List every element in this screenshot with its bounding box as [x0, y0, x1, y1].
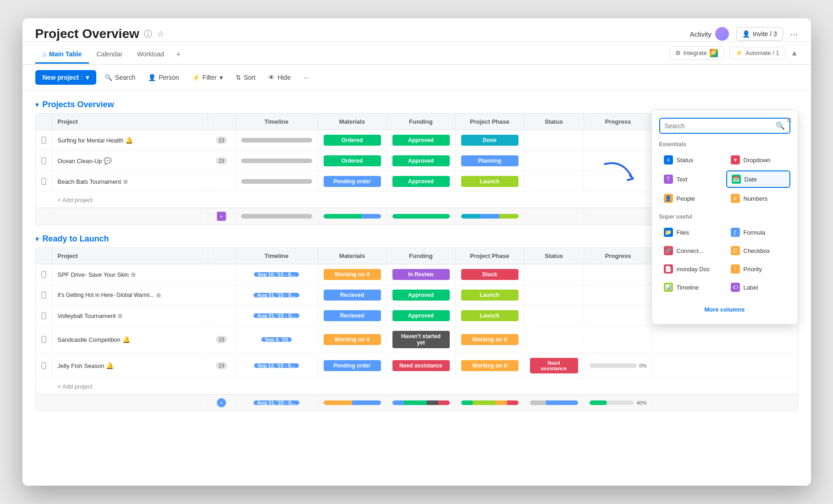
invite-button[interactable]: 👤 Invite / 3	[736, 27, 783, 41]
row-materials: Pending order	[318, 171, 387, 192]
close-dropdown-button[interactable]: ✕	[786, 116, 792, 125]
header-left: Project Overview ⓘ ☆	[35, 27, 164, 41]
row-badge	[208, 264, 236, 285]
row-checkbox[interactable]	[36, 329, 52, 350]
row-checkbox[interactable]	[36, 285, 52, 305]
dropdown-search-container: 🔍	[659, 118, 790, 134]
add-column-dropdown: ✕ 🔍 Essentials ≡ Status ▾ Dropdown T Tex…	[651, 110, 798, 324]
new-project-dropdown-arrow[interactable]: ▾	[82, 74, 89, 81]
row-project-name: SPF Drive- Save Your Skin ⊕	[52, 264, 208, 285]
row-checkbox[interactable]	[36, 130, 52, 150]
th-phase: Project Phase	[456, 114, 524, 130]
th-project: Project	[52, 114, 208, 130]
add-icon[interactable]: ⊕	[156, 291, 161, 299]
filter-button[interactable]: ⚡ Filter ▾	[188, 71, 227, 84]
automate-button[interactable]: ⚡ Automate / 1	[729, 47, 785, 59]
row-timeline: Sep 10, '23 - S...	[236, 264, 318, 285]
bell-icon[interactable]: 🔔	[106, 362, 114, 369]
row-checkbox[interactable]	[36, 264, 52, 285]
th-materials: Materials	[318, 114, 387, 130]
col-option-status[interactable]: ≡ Status	[659, 152, 723, 168]
dropdown-col-icon: ▾	[731, 155, 740, 164]
col-option-files[interactable]: 📁 Files	[659, 225, 723, 240]
tab-workload[interactable]: Workload	[130, 46, 171, 64]
integrate-icon: ⚙	[675, 49, 681, 56]
person-button[interactable]: 👤 Person	[143, 71, 183, 84]
col-option-mondaydoc[interactable]: 📄 monday Doc	[659, 261, 723, 277]
row-checkbox[interactable]	[36, 171, 52, 192]
row-progress	[584, 285, 653, 305]
chat-icon[interactable]: 💬	[104, 157, 111, 164]
integrate-button[interactable]: ⚙ Integrate M	[669, 46, 724, 60]
new-project-label: New project	[43, 74, 79, 81]
col-option-date[interactable]: 📅 Date	[726, 170, 790, 188]
row-status: Need assistance	[524, 353, 584, 378]
row-funding: Approved	[387, 130, 456, 150]
label-col-icon: 🏷	[731, 283, 740, 292]
row-funding: Approved	[387, 151, 456, 171]
dropdown-search-input[interactable]	[665, 122, 772, 130]
col-option-timeline[interactable]: 📊 Timeline	[659, 279, 723, 295]
row-project-name: It's Getting Hot in Here- Global Warmi..…	[52, 285, 208, 305]
row-materials: Recieved	[318, 285, 387, 305]
add-icon[interactable]: ⊕	[117, 312, 123, 319]
info-icon[interactable]: ⓘ	[144, 28, 152, 39]
col-option-dropdown[interactable]: ▾ Dropdown	[726, 152, 790, 168]
mondaydoc-col-icon: 📄	[664, 264, 673, 274]
th2-materials: Materials	[318, 248, 387, 264]
search-button[interactable]: 🔍 Search	[100, 71, 140, 84]
page-title: Project Overview	[35, 27, 139, 41]
table-row: Jelly Fish Season 🔔 23 Sep 12, '23 - S..…	[36, 353, 798, 378]
hide-icon: 👁	[268, 74, 275, 81]
row-project-name: Volleyball Tournament ⊕	[52, 306, 208, 326]
bell-icon[interactable]: 🔔	[125, 137, 133, 144]
row-project-name: Beach Bats Tournament ⊕	[52, 171, 208, 192]
more-columns-button[interactable]: More columns	[659, 302, 790, 317]
collapse-icon[interactable]: ▲	[791, 49, 798, 57]
th-status: Status	[524, 114, 584, 130]
add-icon[interactable]: ⊕	[123, 178, 128, 185]
add-icon[interactable]: ⊕	[131, 271, 136, 278]
search-icon: 🔍	[776, 121, 785, 130]
add-tab-button[interactable]: +	[171, 45, 186, 64]
row-checkbox[interactable]	[36, 356, 52, 376]
filter-icon: ⚡	[192, 74, 200, 81]
toolbar: New project ▾ 🔍 Search 👤 Person ⚡ Filter…	[22, 65, 811, 91]
tab-calendar[interactable]: Calendar	[89, 46, 130, 64]
more-toolbar-button[interactable]: ···	[299, 71, 314, 84]
col-option-formula[interactable]: ƒ Formula	[726, 225, 790, 240]
col-option-checkbox[interactable]: ☑ Checkbox	[726, 243, 790, 258]
col-option-connect[interactable]: 🔗 Connect...	[659, 243, 723, 258]
row-timeline: Aug 31, '23 - S...	[236, 285, 318, 305]
row-progress	[584, 306, 653, 326]
section-title-projects: Projects Overview	[43, 100, 114, 110]
section-chevron-ready[interactable]: ▾	[35, 235, 39, 243]
activity-button[interactable]: Activity	[690, 27, 729, 41]
hide-button[interactable]: 👁 Hide	[264, 71, 295, 84]
tabs-right: ⚙ Integrate M ⚡ Automate / 1 ▲	[669, 46, 798, 60]
col-option-priority[interactable]: ! Priority	[726, 261, 790, 277]
th-funding: Funding	[387, 114, 456, 130]
timeline-col-icon: 📊	[664, 283, 673, 292]
th2-extra	[208, 248, 236, 264]
invite-label: Invite / 3	[753, 30, 777, 38]
col-option-text[interactable]: T Text	[659, 170, 723, 188]
add-project-row-2[interactable]: + Add project	[36, 378, 798, 394]
row-checkbox[interactable]	[36, 306, 52, 326]
new-project-button[interactable]: New project ▾	[35, 70, 96, 85]
star-icon[interactable]: ☆	[157, 29, 164, 39]
col-option-numbers[interactable]: # Numbers	[726, 191, 790, 206]
more-options-button[interactable]: ···	[790, 29, 798, 39]
col-option-label[interactable]: 🏷 Label	[726, 279, 790, 295]
row-timeline	[236, 151, 318, 171]
row-funding: Haven't started yet	[387, 326, 456, 353]
section-chevron-projects[interactable]: ▾	[35, 100, 39, 109]
sort-button[interactable]: ⇅ Sort	[231, 71, 260, 84]
row-materials: Working on it	[318, 329, 387, 350]
bell-icon[interactable]: 🔔	[122, 336, 130, 343]
row-checkbox[interactable]	[36, 151, 52, 171]
row-phase: Working on it	[456, 329, 524, 350]
super-useful-label: Super useful	[659, 214, 790, 220]
tab-main-table[interactable]: ⌂ Main Table	[35, 46, 89, 64]
col-option-people[interactable]: 👤 People	[659, 191, 723, 206]
